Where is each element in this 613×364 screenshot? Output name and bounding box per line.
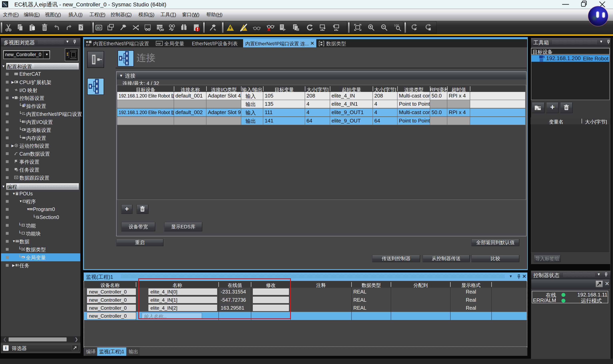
svg-text:var: var (157, 42, 161, 45)
svg-text:var: var (22, 256, 24, 258)
svg-text:EIP: EIP (86, 44, 90, 47)
svg-text:3D: 3D (97, 26, 101, 30)
svg-text:?: ? (80, 26, 82, 30)
svg-text:H-O: H-O (30, 208, 33, 210)
svg-text:F: F (23, 224, 24, 226)
svg-text:EIP: EIP (22, 112, 25, 114)
svg-text:ECAT: ECAT (15, 73, 18, 75)
